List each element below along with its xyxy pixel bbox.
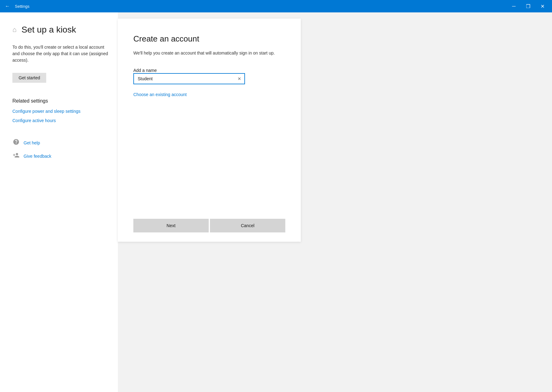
name-input-wrapper: ✕ — [133, 73, 245, 84]
main-area: ⌂ Set up a kiosk To do this, you'll crea… — [0, 12, 552, 392]
close-icon: ✕ — [541, 3, 545, 9]
create-account-dialog: Create an account We'll help you create … — [118, 19, 301, 242]
restore-icon: ❒ — [526, 3, 530, 9]
minimize-button[interactable]: ─ — [507, 0, 521, 12]
related-settings-section: Related settings Configure power and sle… — [12, 98, 109, 123]
page-title: Set up a kiosk — [21, 25, 76, 35]
page-description: To do this, you'll create or select a lo… — [12, 44, 109, 64]
titlebar-title: Settings — [15, 4, 507, 9]
get-help-icon — [12, 139, 20, 147]
give-feedback-item[interactable]: Give feedback — [12, 152, 109, 160]
clear-input-button[interactable]: ✕ — [236, 76, 243, 82]
restore-button[interactable]: ❒ — [521, 0, 535, 12]
give-feedback-icon — [12, 152, 20, 160]
name-input[interactable] — [133, 73, 245, 84]
give-feedback-label: Give feedback — [24, 154, 51, 159]
get-help-item[interactable]: Get help — [12, 139, 109, 147]
help-section: Get help Give feedback — [12, 139, 109, 160]
page-header: ⌂ Set up a kiosk — [12, 25, 109, 35]
get-help-label: Get help — [24, 140, 40, 145]
choose-existing-account-link[interactable]: Choose an existing account — [133, 92, 187, 97]
next-button[interactable]: Next — [133, 219, 209, 232]
dialog-title: Create an account — [133, 34, 285, 44]
cancel-button[interactable]: Cancel — [210, 219, 285, 232]
configure-power-link[interactable]: Configure power and sleep settings — [12, 109, 109, 114]
add-name-label: Add a name — [133, 68, 157, 73]
dialog-footer: Next Cancel — [133, 213, 285, 232]
right-area: Create an account We'll help you create … — [118, 12, 552, 392]
clear-icon: ✕ — [238, 76, 241, 81]
titlebar: ← Settings ─ ❒ ✕ — [0, 0, 552, 12]
configure-active-hours-link[interactable]: Configure active hours — [12, 118, 109, 123]
back-button[interactable]: ← — [2, 1, 12, 11]
get-started-button[interactable]: Get started — [12, 73, 46, 83]
close-button[interactable]: ✕ — [535, 0, 550, 12]
minimize-icon: ─ — [512, 3, 515, 9]
window-controls: ─ ❒ ✕ — [507, 0, 550, 12]
dialog-description: We'll help you create an account that wi… — [133, 50, 282, 56]
related-settings-title: Related settings — [12, 98, 109, 104]
dialog-content: Create an account We'll help you create … — [133, 34, 285, 213]
home-icon: ⌂ — [12, 26, 16, 34]
back-icon: ← — [5, 3, 10, 9]
left-panel: ⌂ Set up a kiosk To do this, you'll crea… — [0, 12, 118, 392]
